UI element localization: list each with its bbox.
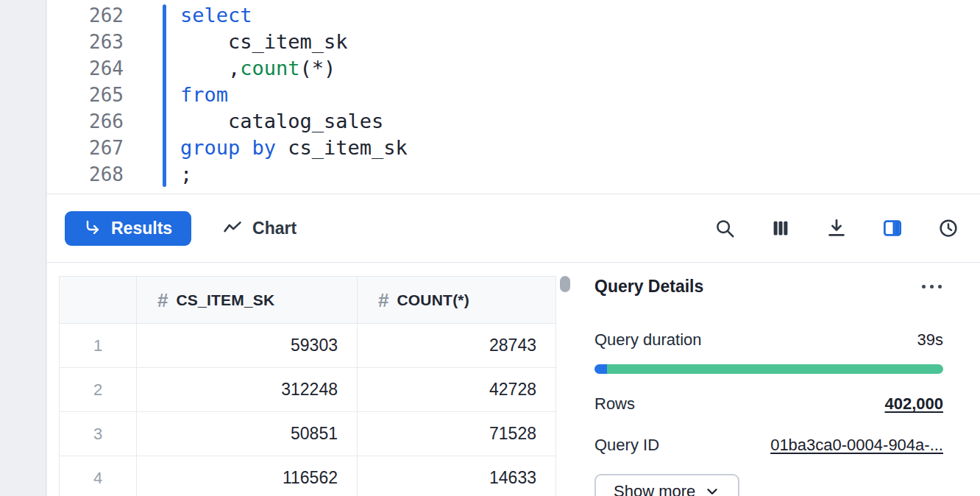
code-line[interactable]: 266 catalog_sales [47, 108, 980, 135]
cell-cs-item-sk[interactable]: 116562 [137, 456, 358, 496]
split-view-icon [881, 217, 903, 239]
row-number-cell[interactable]: 1 [60, 324, 137, 368]
cell-count[interactable]: 14633 [358, 456, 556, 496]
chart-tab-button[interactable]: Chart [222, 218, 297, 238]
cell-cs-item-sk[interactable]: 59303 [137, 324, 358, 368]
show-more-button[interactable]: Show more [594, 474, 739, 496]
results-body: # CS_ITEM_SK # COUNT(*) [47, 263, 980, 496]
search-results-button[interactable] [714, 217, 736, 239]
history-clock-icon [937, 217, 959, 239]
trend-line-icon [222, 218, 243, 238]
row-number-cell[interactable]: 4 [60, 456, 137, 496]
download-results-button[interactable] [825, 217, 848, 239]
query-details-panel: Query Details Query duration 39s Rows 40… [594, 276, 943, 496]
ellipsis-icon [930, 285, 934, 288]
code-text: cs_item_sk [124, 29, 348, 55]
progress-segment-compile [594, 364, 607, 374]
sql-worksheet-screen: 262 select 263 cs_item_sk 264 ,count(*) … [0, 0, 980, 496]
column-header-label: COUNT(*) [397, 291, 469, 309]
query-history-button[interactable] [937, 217, 959, 239]
code-line[interactable]: 265 from [47, 82, 980, 108]
cell-count[interactable]: 28743 [358, 324, 556, 368]
chevron-down-icon [704, 483, 720, 496]
columns-button[interactable] [770, 217, 792, 239]
code-text: ; [124, 161, 192, 188]
table-row[interactable]: 3 50851 71528 [60, 412, 556, 456]
line-number: 268 [47, 161, 124, 188]
cell-count[interactable]: 42728 [358, 368, 556, 412]
return-arrow-icon [84, 219, 102, 237]
column-header-cs-item-sk[interactable]: # CS_ITEM_SK [137, 277, 358, 324]
table-vertical-scrollbar[interactable] [560, 276, 570, 496]
scrollbar-thumb[interactable] [560, 276, 570, 292]
left-gutter-strip [0, 0, 46, 496]
query-details-header: Query Details [594, 276, 943, 297]
table-row[interactable]: 4 116562 14633 [60, 456, 556, 496]
rows-label: Rows [594, 394, 635, 414]
execution-indicator-bar [163, 4, 166, 187]
code-line[interactable]: 268 ; [47, 161, 980, 188]
sql-editor[interactable]: 262 select 263 cs_item_sk 264 ,count(*) … [47, 0, 980, 194]
query-duration-progress-bar [594, 364, 943, 374]
query-id-row: Query ID 01ba3ca0-0004-904a-... [594, 436, 943, 455]
cell-cs-item-sk[interactable]: 312248 [137, 368, 358, 412]
query-duration-value: 39s [917, 330, 943, 350]
results-toolbar: Results Chart [47, 194, 980, 263]
ellipsis-icon [922, 285, 926, 288]
number-hash-icon: # [157, 291, 168, 310]
chart-tab-label: Chart [252, 219, 297, 238]
search-icon [714, 217, 736, 239]
table-row[interactable]: 2 312248 42728 [60, 368, 556, 412]
columns-icon [770, 217, 792, 239]
code-line[interactable]: 264 ,count(*) [47, 55, 980, 82]
line-number: 264 [47, 55, 124, 82]
rows-row: Rows 402,000 [594, 394, 943, 414]
code-line[interactable]: 263 cs_item_sk [47, 29, 980, 55]
number-hash-icon: # [378, 291, 388, 310]
line-number: 263 [47, 29, 124, 55]
split-view-button[interactable] [881, 217, 903, 239]
code-line[interactable]: 262 select [47, 2, 980, 29]
line-number: 262 [47, 2, 124, 29]
column-header-count[interactable]: # COUNT(*) [358, 277, 556, 324]
line-number: 266 [47, 108, 124, 135]
results-tab-button[interactable]: Results [65, 211, 191, 246]
query-details-title: Query Details [594, 277, 703, 297]
progress-segment-execute [607, 364, 943, 374]
query-id-link[interactable]: 01ba3ca0-0004-904a-... [770, 436, 943, 455]
column-header-label: CS_ITEM_SK [176, 291, 274, 309]
row-number-cell[interactable]: 2 [60, 368, 137, 412]
download-icon [825, 217, 848, 239]
line-number: 265 [47, 82, 124, 108]
code-text: from [124, 82, 228, 108]
toolbar-icon-group [714, 217, 959, 239]
ellipsis-icon [938, 285, 942, 288]
row-number-cell[interactable]: 3 [60, 412, 137, 456]
query-id-label: Query ID [594, 436, 659, 455]
table-row[interactable]: 1 59303 28743 [60, 324, 556, 368]
query-details-menu-button[interactable] [920, 282, 943, 291]
line-number: 267 [47, 135, 124, 161]
results-table-container: # CS_ITEM_SK # COUNT(*) [59, 276, 569, 496]
rows-count-link[interactable]: 402,000 [884, 394, 943, 414]
code-text: select [124, 2, 252, 29]
cell-count[interactable]: 71528 [358, 412, 556, 456]
results-table: # CS_ITEM_SK # COUNT(*) [59, 276, 556, 496]
code-text: ,count(*) [124, 55, 335, 82]
cell-cs-item-sk[interactable]: 50851 [137, 412, 358, 456]
query-duration-label: Query duration [594, 330, 702, 350]
results-tab-label: Results [111, 219, 172, 238]
table-header-row: # CS_ITEM_SK # COUNT(*) [60, 277, 556, 324]
query-duration-row: Query duration 39s [594, 330, 943, 350]
show-more-label: Show more [614, 482, 695, 496]
corner-header-cell[interactable] [60, 277, 137, 324]
code-line[interactable]: 267 group by cs_item_sk [47, 135, 980, 161]
worksheet-main-panel: 262 select 263 cs_item_sk 264 ,count(*) … [47, 0, 980, 496]
